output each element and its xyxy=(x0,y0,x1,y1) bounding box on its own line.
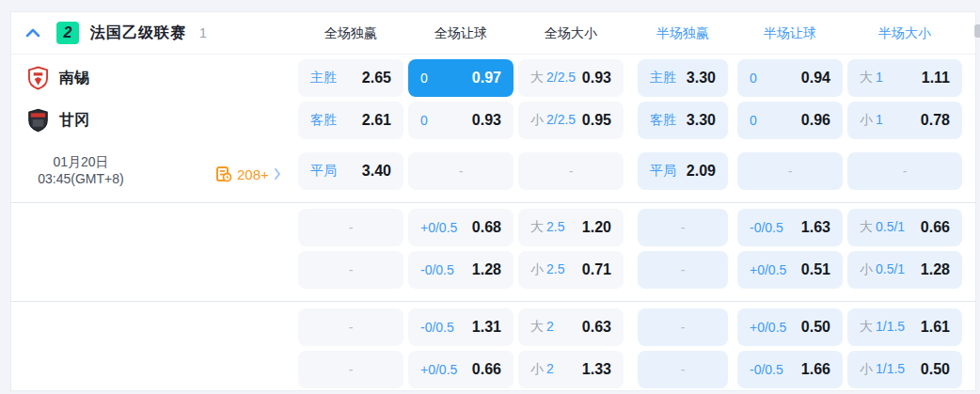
odds-label: 0 xyxy=(750,71,757,86)
odds-cell-r4-c5[interactable]: -0/0.51.63 xyxy=(737,209,843,246)
odds-cell-r2-c3[interactable]: 小2/2.50.95 xyxy=(518,102,624,139)
odds-label: 客胜 xyxy=(310,112,337,129)
empty-odds-dash: - xyxy=(569,164,574,179)
odds-label: 大2/2.5 xyxy=(530,70,576,87)
odds-cell-r6-c2[interactable]: -0/0.51.31 xyxy=(408,308,514,346)
odds-cell-r1-c1[interactable]: 主胜2.65 xyxy=(298,59,403,97)
empty-odds-dash: - xyxy=(349,220,354,235)
pick-label: 主胜 xyxy=(650,70,676,87)
column-header-6: 半场大小 xyxy=(847,12,962,54)
over-under-line: 1 xyxy=(876,112,883,127)
odds-cell-r4-c6[interactable]: 大0.5/10.66 xyxy=(847,209,962,246)
cutoff-edge-icon[interactable] xyxy=(974,24,980,38)
handicap-line: +0/0.5 xyxy=(750,262,786,277)
odds-cell-r7-c3[interactable]: 小21.33 xyxy=(518,351,624,388)
odds-cell-r6-c3[interactable]: 大20.63 xyxy=(518,308,624,346)
over-under-side: 大 xyxy=(530,70,544,87)
odds-label: 小2.5 xyxy=(530,261,564,278)
odds-value: 0.94 xyxy=(801,70,830,87)
odds-label: 小0.5/1 xyxy=(860,261,905,278)
over-under-line: 2 xyxy=(546,319,554,334)
odds-cell-r2-c6[interactable]: 小10.78 xyxy=(847,102,962,139)
collapse-button[interactable] xyxy=(23,23,43,43)
odds-value: 2.09 xyxy=(687,163,716,180)
odds-cell-r7-c2[interactable]: +0/0.50.66 xyxy=(408,351,514,388)
odds-cell-r7-c5[interactable]: -0/0.51.66 xyxy=(737,351,843,388)
odds-value: 0.93 xyxy=(582,70,611,87)
handicap-line: -0/0.5 xyxy=(750,220,783,235)
odds-cell-r7-c4: - xyxy=(638,351,728,388)
odds-cell-r1-c6[interactable]: 大11.11 xyxy=(847,59,962,97)
group-divider xyxy=(11,301,975,302)
odds-value: 1.31 xyxy=(472,319,501,336)
odds-cell-r4-c3[interactable]: 大2.51.20 xyxy=(518,209,624,246)
odds-cell-r2-c1[interactable]: 客胜2.61 xyxy=(298,102,403,139)
odds-cell-r4-c1: - xyxy=(298,209,403,246)
odds-label: 大1/1.5 xyxy=(860,319,905,336)
odds-cell-r2-c4[interactable]: 客胜3.30 xyxy=(638,102,728,139)
odds-value: 3.40 xyxy=(362,163,391,180)
odds-cell-r1-c3[interactable]: 大2/2.50.93 xyxy=(518,59,624,97)
odds-cell-r3-c4[interactable]: 平局2.09 xyxy=(638,152,728,190)
odds-cell-r4-c2[interactable]: +0/0.50.68 xyxy=(408,209,514,246)
odds-cell-r7-c6[interactable]: 小1/1.50.50 xyxy=(847,351,962,388)
home-team-name: 南锡 xyxy=(59,69,89,88)
odds-value: 0.97 xyxy=(472,70,501,87)
over-under-line: 1/1.5 xyxy=(876,361,905,376)
more-markets-link[interactable]: 208+ xyxy=(215,165,281,183)
odds-cell-r5-c6[interactable]: 小0.5/11.28 xyxy=(847,251,962,289)
odds-value: 0.93 xyxy=(472,112,501,129)
over-under-side: 小 xyxy=(530,361,544,378)
odds-cell-r2-c2[interactable]: 00.93 xyxy=(408,102,514,139)
empty-odds-dash: - xyxy=(459,164,464,179)
odds-label: 大2.5 xyxy=(530,219,564,236)
odds-cell-r1-c2[interactable]: 00.97 xyxy=(408,59,514,97)
over-under-side: 小 xyxy=(860,361,873,378)
odds-cell-r3-c1[interactable]: 平局3.40 xyxy=(298,152,403,190)
odds-label: 0 xyxy=(750,113,757,128)
odds-label: 大1 xyxy=(860,70,883,87)
over-under-side: 小 xyxy=(530,261,544,278)
odds-label: 小1 xyxy=(860,112,883,129)
odds-cell-r5-c5[interactable]: +0/0.50.51 xyxy=(737,251,843,289)
odds-value: 0.68 xyxy=(472,219,501,236)
over-under-line: 2 xyxy=(546,361,554,376)
over-under-line: 2/2.5 xyxy=(546,112,576,127)
odds-label: 平局 xyxy=(310,163,337,180)
odds-value: 1.20 xyxy=(582,219,611,236)
handicap-line: 0 xyxy=(420,71,428,86)
odds-cell-r2-c5[interactable]: 00.96 xyxy=(737,102,843,139)
odds-value: 0.50 xyxy=(921,361,950,378)
odds-label: 0 xyxy=(420,71,428,86)
empty-odds-dash: - xyxy=(681,362,686,377)
odds-value: 0.63 xyxy=(582,319,611,336)
odds-value: 0.78 xyxy=(921,112,950,129)
handicap-line: +0/0.5 xyxy=(420,220,457,235)
league-header: 2 法国乙级联赛 1 全场独赢全场让球全场大小半场独赢半场让球半场大小 xyxy=(11,12,975,55)
empty-odds-dash: - xyxy=(681,220,686,235)
odds-label: 主胜 xyxy=(310,70,337,87)
odds-cell-r5-c3[interactable]: 小2.50.71 xyxy=(518,251,624,289)
over-under-line: 2/2.5 xyxy=(546,70,576,85)
odds-value: 3.30 xyxy=(687,112,716,129)
odds-value: 3.30 xyxy=(687,70,716,87)
odds-cell-r3-c5: - xyxy=(737,152,843,190)
odds-label: 0 xyxy=(420,113,428,128)
odds-cell-r6-c6[interactable]: 大1/1.51.61 xyxy=(847,308,962,346)
odds-label: 客胜 xyxy=(650,112,676,129)
odds-label: +0/0.5 xyxy=(750,320,786,335)
odds-cell-r3-c3: - xyxy=(518,152,624,190)
column-header-5: 半场让球 xyxy=(737,12,843,54)
odds-label: -0/0.5 xyxy=(750,220,783,235)
odds-cell-r6-c5[interactable]: +0/0.50.50 xyxy=(737,308,843,346)
odds-cell-r1-c4[interactable]: 主胜3.30 xyxy=(638,59,728,97)
odds-cell-r5-c2[interactable]: -0/0.51.28 xyxy=(408,251,514,289)
odds-cell-r1-c5[interactable]: 00.94 xyxy=(737,59,843,97)
over-under-side: 大 xyxy=(860,219,873,236)
pick-label: 平局 xyxy=(650,163,676,180)
odds-value: 1.28 xyxy=(921,261,950,278)
handicap-line: -0/0.5 xyxy=(420,262,454,277)
over-under-line: 0.5/1 xyxy=(876,261,905,276)
odds-value: 1.63 xyxy=(801,219,830,236)
odds-cell-r6-c1: - xyxy=(298,308,403,346)
